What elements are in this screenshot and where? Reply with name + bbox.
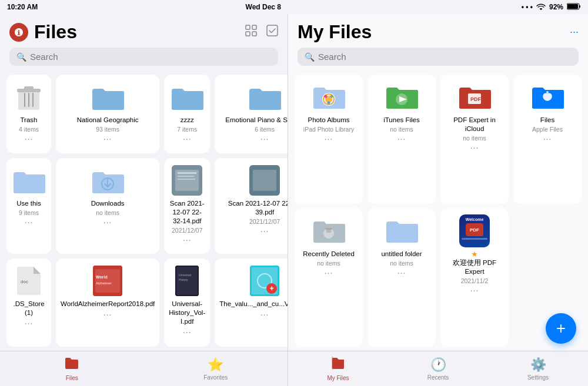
folder-welcome-pdf[interactable]: Welcome PDF ★ 欢迎使用 PDF Expert 2021/11/2 … [440, 209, 509, 347]
folder-trash-dots[interactable]: ··· [25, 134, 34, 143]
folder-ds-store[interactable]: doc .DS_Store (1) ··· [6, 259, 51, 347]
tab-recents-label: Recents [427, 374, 449, 381]
folder-use-this[interactable]: Use this 9 items ··· [6, 158, 51, 254]
folder-recently-deleted[interactable]: Recently Deleted no items ··· [295, 209, 363, 347]
folder-trash[interactable]: Trash 4 items ··· [6, 75, 51, 153]
folder-zzzz[interactable]: zzzz 7 items ··· [164, 75, 210, 153]
folder-the-value[interactable]: + The_valu..._and_cu...View.pdf ··· [215, 259, 288, 347]
folder-the-value-name: The_valu..._and_cu...View.pdf [219, 300, 288, 308]
svg-rect-5 [246, 32, 250, 36]
folder-worldalz-dots[interactable]: ··· [103, 310, 112, 319]
folder-the-value-dots[interactable]: ··· [260, 310, 269, 319]
tab-favorites-label: Favorites [203, 374, 228, 381]
folder-apple-files-sub: Apple Files [532, 126, 563, 133]
checkmark-square-icon[interactable] [266, 25, 278, 39]
folder-emotional-piano-meta: 6 items [255, 126, 275, 133]
svg-rect-17 [178, 172, 196, 174]
grid-view-icon[interactable] [245, 25, 257, 39]
svg-rect-47 [327, 230, 328, 233]
folder-zzzz-dots[interactable]: ··· [183, 134, 192, 143]
right-panel-more-button[interactable]: ··· [570, 26, 579, 38]
folder-recently-deleted-dots[interactable]: ··· [325, 268, 333, 277]
svg-rect-19 [178, 179, 195, 180]
folder-itunes-files-dots[interactable]: ··· [397, 134, 406, 143]
svg-point-39 [328, 102, 330, 105]
folder-untitled-dots[interactable]: ··· [397, 268, 406, 277]
folder-emotional-piano[interactable]: Emotional Piano & Strings 6 items ··· [215, 75, 288, 153]
tab-settings[interactable]: ⚙️ Settings [488, 351, 588, 386]
svg-point-38 [330, 95, 333, 98]
svg-text:PDF: PDF [470, 96, 482, 102]
right-panel-header: My Files ··· [288, 14, 588, 48]
folder-apple-files-dots[interactable]: ··· [543, 134, 552, 143]
fab-add-button[interactable]: + [546, 313, 576, 344]
folder-scan1[interactable]: Scan 2021-12-07 22-32-14.pdf 2021/12/07 … [164, 158, 210, 254]
folder-zzzz-name: zzzz [181, 116, 194, 125]
folder-scan2-dots[interactable]: ··· [260, 226, 269, 236]
left-header-icons [245, 25, 278, 39]
folder-scan2-meta: 2021/12/07 [249, 218, 280, 225]
folder-worldalz[interactable]: World Alzheimer WorldAlzheimerReport2018… [56, 259, 159, 347]
right-search-bar[interactable]: 🔍 [298, 48, 579, 66]
folder-use-this-dots[interactable]: ··· [25, 217, 34, 227]
folder-apple-files[interactable]: Files Apple Files ··· [513, 75, 582, 204]
folder-pdf-expert-icloud-dots[interactable]: ··· [470, 143, 479, 152]
folder-national-geo-dots[interactable]: ··· [103, 134, 112, 143]
folder-pdf-expert-icloud-icon: PDF [457, 82, 492, 112]
folder-scan2[interactable]: Scan 2021-12-07 22-27-39.pdf 2021/12/07 … [215, 158, 288, 254]
tab-my-files[interactable]: My Files [288, 351, 388, 386]
folder-itunes-files[interactable]: iTunes Files no items ··· [368, 75, 436, 204]
tab-my-files-label: My Files [327, 375, 349, 381]
main-layout: Files 🔍 [0, 14, 588, 386]
right-panel-title: My Files [298, 21, 372, 43]
tab-files[interactable]: Files [0, 351, 144, 386]
folder-downloads[interactable]: Downloads no items ··· [56, 158, 159, 254]
battery-icon [567, 3, 581, 12]
svg-rect-3 [246, 25, 250, 29]
left-search-input[interactable] [30, 52, 271, 62]
folder-emotional-piano-dots[interactable]: ··· [260, 134, 269, 143]
folder-itunes-files-icon [384, 82, 419, 112]
tab-settings-label: Settings [527, 374, 549, 381]
folder-worldalz-name: WorldAlzheimerReport2018.pdf [61, 300, 155, 308]
folder-national-geo[interactable]: National Geographic 93 items ··· [56, 75, 159, 153]
svg-rect-18 [178, 176, 194, 177]
folder-apple-files-icon [530, 82, 565, 112]
svg-text:Alzheimer: Alzheimer [96, 281, 112, 285]
right-search-input[interactable] [318, 52, 572, 62]
tab-recents[interactable]: 🕐 Recents [388, 351, 488, 386]
date: Wed Dec 8 [246, 3, 281, 11]
folder-universal-hist[interactable]: Universal History Universal-History_Vol-… [164, 259, 210, 347]
folder-the-value-icon: + [247, 266, 282, 296]
svg-text:Universal: Universal [179, 273, 191, 277]
folder-worldalz-icon: World Alzheimer [90, 266, 125, 296]
folder-universal-hist-icon: Universal History [169, 266, 205, 296]
folder-photo-albums-dots[interactable]: ··· [325, 134, 333, 143]
left-panel-title: Files [34, 21, 77, 43]
right-tab-bar: My Files 🕐 Recents ⚙️ Settings [288, 351, 588, 386]
battery-text: 92% [549, 3, 563, 11]
folder-welcome-pdf-dots[interactable]: ··· [470, 286, 479, 295]
folder-universal-hist-name: Universal-History_Vol-I.pdf [169, 300, 205, 326]
folder-emotional-piano-icon [247, 82, 282, 112]
folder-scan1-dots[interactable]: ··· [183, 235, 192, 244]
folder-itunes-files-name: iTunes Files [383, 116, 420, 125]
folder-untitled[interactable]: untitled folder no items ··· [368, 209, 436, 347]
folder-universal-hist-dots[interactable]: ··· [183, 327, 192, 337]
folder-downloads-dots[interactable]: ··· [103, 217, 112, 227]
folder-national-geo-name: National Geographic [77, 116, 139, 125]
folder-photo-albums[interactable]: Photo Albums iPad Photo Library ··· [295, 75, 363, 204]
folder-ds-store-name: .DS_Store (1) [11, 300, 46, 317]
status-bar-right: • • • 92% [288, 0, 588, 14]
settings-tab-icon: ⚙️ [530, 357, 546, 372]
left-search-bar[interactable]: 🔍 [9, 48, 278, 66]
tab-favorites[interactable]: ⭐ Favorites [144, 351, 288, 386]
trash-folder-icon [11, 82, 46, 112]
folder-pdf-expert-icloud[interactable]: PDF PDF Expert in iCloud no items ··· [440, 75, 509, 204]
folder-ds-store-dots[interactable]: ··· [25, 318, 34, 328]
svg-rect-10 [24, 86, 34, 90]
folder-scan1-meta: 2021/12/07 [172, 227, 203, 234]
folder-recently-deleted-icon [311, 216, 346, 246]
folder-welcome-pdf-name: 欢迎使用 PDF Expert [445, 259, 504, 276]
folder-national-geo-meta: 93 items [96, 126, 119, 133]
